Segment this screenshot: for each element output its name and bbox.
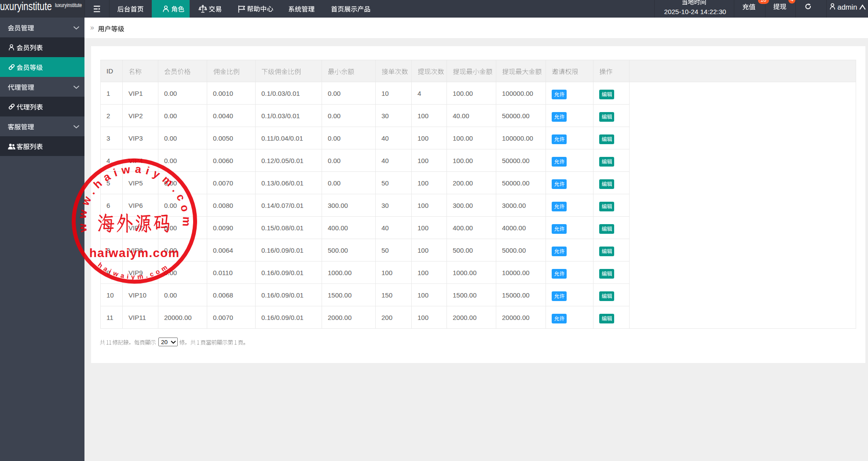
svg-text:www.haiwaiym.com: www.haiwaiym.com bbox=[76, 162, 193, 233]
svg-text:haiwaiym.com: haiwaiym.com bbox=[89, 246, 179, 260]
